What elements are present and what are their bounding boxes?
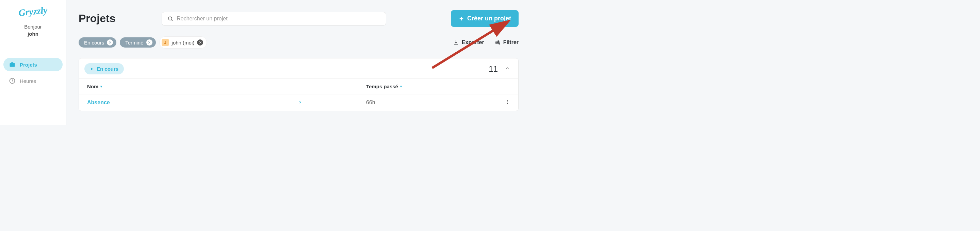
column-header-name[interactable]: Nom ▾ bbox=[87, 84, 298, 89]
logo: Gryzzly bbox=[0, 3, 66, 21]
greeting-hello: Bonjour bbox=[0, 23, 66, 30]
search-input[interactable] bbox=[177, 16, 380, 22]
greeting-user: john bbox=[0, 30, 66, 37]
close-icon[interactable]: ✕ bbox=[197, 40, 203, 46]
sidebar: Gryzzly Bonjour john Projets Heures bbox=[0, 0, 66, 125]
sidebar-nav: Projets Heures bbox=[0, 58, 66, 88]
search-icon bbox=[167, 16, 173, 22]
greeting: Bonjour john bbox=[0, 23, 66, 37]
filter-button[interactable]: Filtrer bbox=[495, 40, 519, 46]
projects-panel: En cours 11 Nom ▾ Temps passé ▾ Absence … bbox=[79, 58, 519, 111]
play-icon bbox=[90, 67, 94, 71]
briefcase-icon bbox=[9, 61, 16, 68]
collapse-button[interactable] bbox=[504, 66, 510, 72]
filter-chip-en-cours[interactable]: En cours ✕ bbox=[79, 37, 116, 47]
download-icon bbox=[453, 40, 459, 46]
svg-point-7 bbox=[507, 103, 508, 104]
table-header: Nom ▾ Temps passé ▾ bbox=[79, 79, 518, 94]
export-button[interactable]: Exporter bbox=[453, 40, 484, 46]
plus-icon bbox=[458, 16, 465, 22]
chip-label: john (moi) bbox=[172, 40, 195, 46]
create-project-button[interactable]: Créer un projet bbox=[451, 10, 519, 27]
sidebar-item-label: Projets bbox=[20, 62, 37, 68]
sliders-icon bbox=[495, 40, 501, 46]
chevron-up-icon bbox=[504, 66, 510, 71]
filter-chip-termine[interactable]: Terminé ✕ bbox=[120, 37, 156, 47]
main-content: Projets Créer un projet En cours ✕ Termi… bbox=[66, 0, 531, 125]
svg-point-2 bbox=[498, 41, 498, 42]
more-button[interactable] bbox=[504, 99, 510, 106]
page-title: Projets bbox=[79, 12, 153, 25]
sidebar-item-hours[interactable]: Heures bbox=[3, 74, 63, 88]
close-icon[interactable]: ✕ bbox=[107, 40, 113, 46]
svg-point-4 bbox=[498, 43, 500, 44]
export-label: Exporter bbox=[462, 40, 484, 46]
svg-point-6 bbox=[507, 101, 508, 103]
project-name: Absence bbox=[87, 100, 298, 106]
project-count: 11 bbox=[488, 64, 498, 74]
filter-chip-user[interactable]: J john (moi) ✕ bbox=[159, 36, 207, 49]
svg-point-5 bbox=[507, 100, 508, 101]
toolbar-right: Exporter Filtrer bbox=[453, 40, 519, 46]
avatar: J bbox=[162, 39, 169, 46]
more-vertical-icon bbox=[504, 99, 510, 104]
create-project-label: Créer un projet bbox=[467, 15, 511, 22]
sort-caret-icon: ▾ bbox=[400, 85, 402, 88]
chevron-right-icon bbox=[298, 100, 366, 106]
chip-label: En cours bbox=[84, 40, 104, 46]
svg-point-1 bbox=[169, 17, 172, 20]
header-row: Projets Créer un projet bbox=[79, 10, 519, 27]
svg-point-3 bbox=[496, 42, 497, 43]
sidebar-item-label: Heures bbox=[20, 78, 36, 84]
chip-label: Terminé bbox=[125, 40, 143, 46]
filter-row: En cours ✕ Terminé ✕ J john (moi) ✕ Expo… bbox=[79, 36, 519, 49]
filter-label: Filtrer bbox=[503, 40, 519, 46]
search-wrap[interactable] bbox=[162, 12, 386, 25]
status-pill[interactable]: En cours bbox=[84, 63, 124, 74]
time-spent: 66h bbox=[366, 100, 441, 106]
sidebar-item-projects[interactable]: Projets bbox=[3, 58, 63, 71]
panel-header: En cours 11 bbox=[79, 63, 518, 79]
clock-icon bbox=[9, 78, 16, 84]
sort-caret-icon: ▾ bbox=[100, 85, 102, 88]
close-icon[interactable]: ✕ bbox=[146, 40, 153, 46]
table-row[interactable]: Absence 66h bbox=[79, 94, 518, 111]
column-header-time[interactable]: Temps passé ▾ bbox=[366, 84, 441, 89]
status-label: En cours bbox=[97, 66, 118, 72]
